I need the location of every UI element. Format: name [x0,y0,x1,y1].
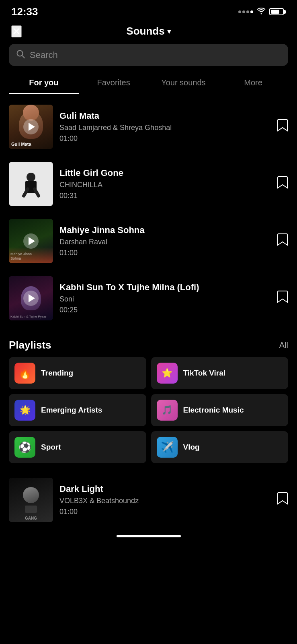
thumb-label: GANG [25,516,37,520]
playlist-name: Electronic Music [183,406,244,415]
vlog-icon: ✈️ [157,437,178,458]
sport-icon: ⚽ [14,437,35,458]
home-indicator [0,528,297,542]
song-thumbnail: Kabhi Sun & Tujhe Pyaar [9,276,53,320]
song-list: Guli Mata Guli Mata Saad Lamjarred & Shr… [0,94,297,331]
tiktok-icon: ⭐ [157,363,178,384]
trending-icon: 🔥 [14,363,35,384]
thumb-label: Mahiye JinnaSohna [10,252,32,261]
song-info: Little Girl Gone CHINCHILLA 00:31 [59,168,270,200]
song-thumbnail: Mahiye JinnaSohna [9,219,53,263]
playlist-item-sport[interactable]: ⚽ Sport [9,431,146,463]
song-artist: VOLB3X & Beatshoundz [59,497,270,505]
song-info: Kabhi Sun To X Tujhe Milna (Lofi) Soni 0… [59,282,270,314]
playlist-name: Sport [41,443,61,452]
song-artist: Saad Lamjarred & Shreya Ghoshal [59,124,270,132]
status-icons [238,7,286,17]
tabs-container: For you Favorites Your sounds More [9,73,288,94]
bookmark-icon[interactable] [277,233,288,250]
song-title: Guli Mata [59,111,270,121]
song-title: Kabhi Sun To X Tujhe Milna (Lofi) [59,282,270,293]
play-button[interactable] [23,233,39,249]
song-thumbnail: GANG [9,478,53,522]
playlist-item-emerging[interactable]: 🌟 Emerging Artists [9,394,146,426]
playlist-name: Vlog [183,443,200,452]
bookmark-icon[interactable] [277,492,288,508]
song-title: Little Girl Gone [59,168,270,178]
search-container: Search [0,44,297,73]
status-time: 12:33 [11,6,38,18]
wifi-icon [256,7,266,17]
playlists-grid: 🔥 Trending ⭐ TikTok Viral 🌟 Emerging Art… [0,357,297,463]
thumb-label: Kabhi Sun & Tujhe Pyaar [10,315,46,319]
svg-line-1 [22,56,25,58]
song-info: Dark Light VOLB3X & Beatshoundz 01:00 [59,484,270,516]
list-item[interactable]: Little Girl Gone CHINCHILLA 00:31 [0,155,297,213]
thumb-label: Guli Mata [11,142,31,147]
song-title: Mahiye Jinna Sohna [59,225,270,235]
playlists-title: Playlists [9,339,51,351]
bookmark-icon[interactable] [277,290,288,307]
electronic-icon: 🎵 [157,400,178,421]
playlist-item-vlog[interactable]: ✈️ Vlog [151,431,289,463]
bookmark-icon[interactable] [277,119,288,135]
battery-icon [269,8,286,15]
header-title: Sounds ▾ [126,25,170,37]
song-artist: Soni [59,295,270,303]
play-button[interactable] [23,119,39,134]
playlist-item-trending[interactable]: 🔥 Trending [9,357,146,389]
list-item[interactable]: Guli Mata Guli Mata Saad Lamjarred & Shr… [0,98,297,155]
search-icon [16,50,25,60]
song-duration: 00:25 [59,306,270,314]
song-thumbnail [9,162,53,206]
sounds-title: Sounds [126,25,164,37]
song-duration: 01:00 [59,508,270,516]
close-button[interactable]: ✕ [11,25,22,37]
song-artist: CHINCHILLA [59,181,270,189]
header: ✕ Sounds ▾ [0,22,297,44]
playlists-header: Playlists All [0,331,297,357]
signal-icon [238,10,253,13]
playlist-item-electronic[interactable]: 🎵 Electronic Music [151,394,289,426]
song-thumbnail: Guli Mata [9,105,53,149]
song-artist: Darshan Raval [59,238,270,246]
song-duration: 01:00 [59,134,270,143]
emerging-icon: 🌟 [14,400,35,421]
playlist-item-tiktok[interactable]: ⭐ TikTok Viral [151,357,289,389]
list-item[interactable]: Kabhi Sun & Tujhe Pyaar Kabhi Sun To X T… [0,270,297,327]
song-info: Mahiye Jinna Sohna Darshan Raval 01:00 [59,225,270,257]
song-duration: 01:00 [59,249,270,257]
list-item[interactable]: Mahiye JinnaSohna Mahiye Jinna Sohna Dar… [0,213,297,270]
home-bar [117,535,181,537]
bookmark-icon[interactable] [277,176,288,192]
play-button[interactable] [23,291,39,306]
playlist-name: Emerging Artists [41,406,102,415]
song-title: Dark Light [59,484,270,494]
status-bar: 12:33 [0,0,297,22]
tab-more[interactable]: More [218,73,288,94]
tab-favorites[interactable]: Favorites [79,73,149,94]
search-placeholder: Search [30,50,58,60]
playlists-all-button[interactable]: All [279,341,288,350]
tab-your-sounds[interactable]: Your sounds [149,73,219,94]
song-duration: 00:31 [59,192,270,200]
search-bar[interactable]: Search [9,44,288,66]
playlist-name: Trending [41,369,73,378]
playlist-name: TikTok Viral [183,369,226,378]
dropdown-chevron-icon[interactable]: ▾ [167,27,171,36]
tab-for-you[interactable]: For you [9,73,79,94]
song-info: Guli Mata Saad Lamjarred & Shreya Ghosha… [59,111,270,143]
list-item[interactable]: GANG Dark Light VOLB3X & Beatshoundz 01:… [0,471,297,528]
